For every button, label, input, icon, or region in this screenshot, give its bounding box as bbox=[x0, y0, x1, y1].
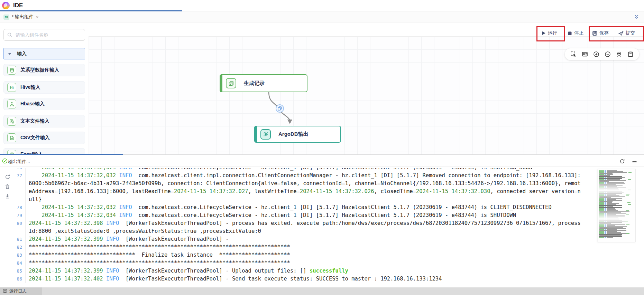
save-icon bbox=[592, 31, 597, 36]
download-log-icon[interactable] bbox=[5, 193, 10, 200]
records-doc-icon bbox=[226, 78, 236, 88]
log-line: 77 2024-11-15 14:37:32,032 INFO com.haze… bbox=[12, 172, 598, 203]
search-input[interactable] bbox=[15, 32, 85, 38]
text-file-icon bbox=[7, 117, 16, 126]
log-line: 852024-11-15 14:37:32.399 INFO [WorkerTa… bbox=[12, 267, 598, 275]
bottom-bar: 运行日志 bbox=[0, 287, 644, 295]
sidebar-item-text-file-input[interactable]: 文本文件输入 bbox=[3, 115, 85, 127]
center-view-icon[interactable] bbox=[616, 51, 622, 57]
zoom-out-icon[interactable] bbox=[605, 51, 611, 57]
play-icon bbox=[541, 31, 546, 36]
tab-output-component[interactable]: DI * 输出组件 × bbox=[3, 13, 39, 20]
refresh-icon[interactable] bbox=[619, 159, 625, 165]
node-generate-records[interactable]: 生成记录 bbox=[220, 74, 307, 92]
log-line: 812024-11-15 14:37:32.399 INFO [WorkerTa… bbox=[12, 235, 598, 243]
log-line-text: 2024-11-15 14:37:32.398 INFO [WorkerTask… bbox=[25, 219, 581, 235]
app-logo-icon bbox=[2, 2, 10, 9]
search-icon bbox=[7, 32, 12, 37]
log-line-number: 79 bbox=[12, 211, 25, 219]
log-line: 78 2024-11-15 14:37:32,032 INFO com.haze… bbox=[12, 203, 598, 211]
log-line-text: 2024-11-15 14:37:32.402 INFO [WorkerTask… bbox=[25, 275, 581, 283]
log-line-number: 77 bbox=[12, 172, 25, 203]
log-file-icon bbox=[3, 289, 7, 294]
log-line: 76 2024-11-15 14:37:32,029 INFO com.haze… bbox=[12, 168, 598, 172]
log-line-number: 84 bbox=[12, 259, 25, 267]
log-line: 84**************************************… bbox=[12, 259, 598, 267]
log-line-text: ****************************************… bbox=[25, 259, 581, 267]
sidebar-item-hbase-input[interactable]: Hbase输入 bbox=[3, 98, 85, 110]
section-label: 输入 bbox=[17, 51, 27, 57]
run-button[interactable]: 运行 bbox=[541, 30, 557, 36]
log-line-text: 2024-11-15 14:37:32,034 INFO com.hazelca… bbox=[25, 211, 581, 219]
log-line-number: 85 bbox=[12, 267, 25, 275]
sidebar-item-hive-input[interactable]: Hi Hive输入 bbox=[3, 81, 85, 94]
canvas-toolbar bbox=[565, 48, 639, 60]
app-header: IDE bbox=[0, 0, 644, 11]
clear-log-icon[interactable] bbox=[5, 184, 10, 191]
database-icon bbox=[7, 66, 16, 75]
log-line: 83********************************* Fina… bbox=[12, 251, 598, 259]
log-panel-title: 输出组件... bbox=[8, 159, 30, 165]
minimap-icon[interactable] bbox=[582, 51, 588, 57]
zoom-in-icon[interactable] bbox=[593, 51, 599, 57]
log-panel: 输出组件... 76 2024-11-15 14:37:32,029 INFO … bbox=[0, 154, 644, 287]
log-line: 82**************************************… bbox=[12, 243, 598, 251]
log-line: 802024-11-15 14:37:32.398 INFO [WorkerTa… bbox=[12, 219, 598, 235]
hbase-icon bbox=[7, 99, 16, 108]
tab-title: * 输出组件 bbox=[12, 14, 34, 20]
log-line-text: 2024-11-15 14:37:32.399 INFO [WorkerTask… bbox=[25, 235, 581, 243]
check-circle-icon bbox=[2, 158, 8, 165]
log-line-text: 2024-11-15 14:37:32,029 INFO com.hazelca… bbox=[25, 168, 581, 172]
log-minimap[interactable] bbox=[598, 169, 636, 242]
sidebar-item-csv-file-input[interactable]: CSV文件输入 bbox=[3, 132, 85, 144]
log-line-text: ****************************************… bbox=[25, 243, 581, 251]
log-line-text: ********************************* Finali… bbox=[25, 251, 581, 259]
document-tabbar: DI * 输出组件 × bbox=[0, 11, 644, 22]
argodb-burst-icon bbox=[260, 129, 271, 140]
log-line-number: 83 bbox=[12, 251, 25, 259]
flow-canvas[interactable] bbox=[89, 37, 644, 154]
sidebar-section-input[interactable]: 输入 bbox=[3, 48, 85, 59]
save-view-icon[interactable] bbox=[627, 51, 634, 57]
log-line-number: 80 bbox=[12, 219, 25, 235]
log-output[interactable]: 76 2024-11-15 14:37:32,029 INFO com.haze… bbox=[12, 168, 598, 288]
stop-icon bbox=[568, 31, 572, 36]
save-button[interactable]: 保存 bbox=[592, 30, 609, 36]
ide-window: IDE DI * 输出组件 × 输入 bbox=[0, 0, 644, 295]
log-line-number: 86 bbox=[12, 275, 25, 283]
collapse-double-chevron-icon[interactable] bbox=[634, 14, 639, 21]
submit-button[interactable]: 提交 bbox=[618, 30, 635, 36]
chevron-down-icon bbox=[8, 53, 11, 55]
paper-plane-icon bbox=[618, 31, 624, 36]
di-badge: DI bbox=[3, 15, 9, 20]
log-line: 862024-11-15 14:37:32.402 INFO [WorkerTa… bbox=[12, 275, 598, 283]
log-line-number: 78 bbox=[12, 203, 25, 211]
hive-icon: Hi bbox=[7, 83, 16, 92]
log-line-number: 82 bbox=[12, 243, 25, 251]
minimize-icon[interactable] bbox=[632, 161, 637, 162]
marquee-select-icon[interactable] bbox=[570, 51, 577, 57]
edge-copy-badge[interactable] bbox=[276, 104, 284, 113]
log-line-number: 81 bbox=[12, 235, 25, 243]
component-sidebar: 输入 关系型数据库输入 Hi Hive输入 Hbase输入 bbox=[0, 22, 89, 154]
run-log-tab[interactable]: 运行日志 bbox=[0, 287, 42, 295]
log-line-number: 76 bbox=[12, 168, 25, 172]
node-argodb-output[interactable]: ArgoDB输出 bbox=[254, 126, 341, 143]
sidebar-item-rdb-input[interactable]: 关系型数据库输入 bbox=[3, 64, 85, 76]
log-panel-header: 输出组件... bbox=[0, 156, 644, 166]
sidebar-item-excel-input[interactable]: Excel输入 bbox=[3, 148, 85, 154]
copy-icon bbox=[278, 106, 282, 111]
log-refresh-icon[interactable] bbox=[5, 174, 10, 181]
log-panel-active-indicator bbox=[0, 154, 123, 155]
csv-file-icon bbox=[7, 133, 16, 142]
header-active-indicator bbox=[0, 10, 182, 11]
log-line: 79 2024-11-15 14:37:32,034 INFO com.haze… bbox=[12, 211, 598, 219]
stop-button[interactable]: 停止 bbox=[568, 30, 583, 36]
log-line-text: 2024-11-15 14:37:32.399 INFO [WorkerTask… bbox=[25, 267, 581, 275]
component-search-box[interactable] bbox=[3, 29, 85, 41]
log-line-text: 2024-11-15 14:37:32,032 INFO com.hazelca… bbox=[25, 203, 581, 211]
tab-close-icon[interactable]: × bbox=[36, 15, 39, 19]
log-line-text: 2024-11-15 14:37:32,032 INFO com.hazelca… bbox=[25, 172, 581, 203]
app-title: IDE bbox=[13, 2, 23, 9]
